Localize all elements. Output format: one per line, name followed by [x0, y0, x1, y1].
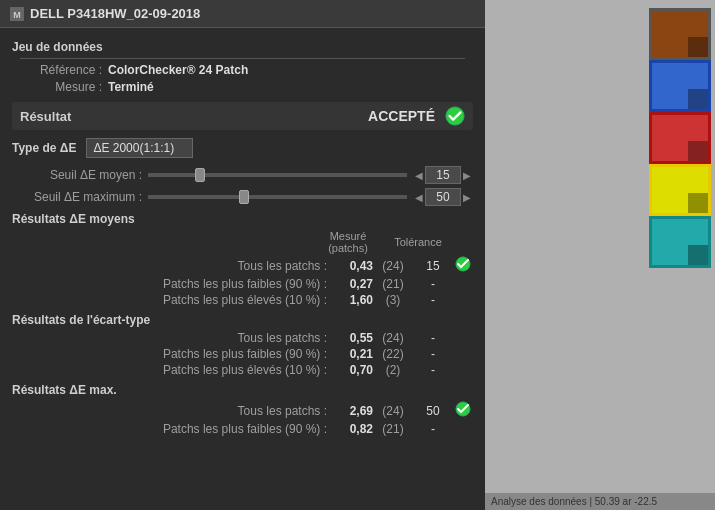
row-label: Tous les patchs : — [12, 404, 327, 418]
measure-row: Mesure : Terminé — [12, 80, 473, 94]
row-status-icon — [453, 401, 473, 420]
row-value: 2,69 — [333, 404, 373, 418]
row-label: Tous les patchs : — [12, 259, 327, 273]
slider-mean-left-arrow[interactable]: ◀ — [413, 170, 425, 181]
row-status-icon — [453, 256, 473, 275]
table-row: Tous les patchs :0,43(24)15 — [12, 256, 473, 275]
table-row: Tous les patchs :0,55(24)- — [12, 331, 473, 345]
slider-mean-track[interactable] — [148, 173, 407, 177]
max-rows-container: Tous les patchs :2,69(24)50Patchs les pl… — [12, 401, 473, 436]
stddev-section: Résultats de l'écart-type Tous les patch… — [12, 313, 473, 377]
row-label: Patchs les plus faibles (90 %) : — [12, 422, 327, 436]
row-patches: (22) — [373, 347, 413, 361]
delta-type-row: Type de ΔE ΔE 2000(1:1:1) — [12, 138, 473, 158]
right-panel: Analyse des données | 50.39 ar -22.5 — [485, 0, 715, 510]
window-title: DELL P3418HW_02-09-2018 — [30, 6, 200, 21]
slider-max-right-arrow[interactable]: ▶ — [461, 192, 473, 203]
row-tolerance: - — [413, 347, 453, 361]
row-label: Patchs les plus faibles (90 %) : — [12, 277, 327, 291]
slider-max-row: Seuil ΔE maximum : ◀ 50 ▶ — [12, 188, 473, 206]
title-bar: M DELL P3418HW_02-09-2018 — [0, 0, 485, 28]
swatches-container — [649, 8, 711, 268]
row-value: 0,82 — [333, 422, 373, 436]
reference-value: ColorChecker® 24 Patch — [108, 63, 248, 77]
row-label: Tous les patchs : — [12, 331, 327, 345]
row-patches: (24) — [373, 331, 413, 345]
slider-mean-label: Seuil ΔE moyen : — [12, 168, 142, 182]
red-swatch — [649, 112, 711, 164]
mean-section-title: Résultats ΔE moyens — [12, 212, 473, 226]
max-section: Résultats ΔE max. Tous les patchs :2,69(… — [12, 383, 473, 436]
row-value: 0,43 — [333, 259, 373, 273]
slider-max-left-arrow[interactable]: ◀ — [413, 192, 425, 203]
slider-mean-value: 15 — [425, 166, 461, 184]
header-measured: Mesuré (patchs) — [313, 230, 383, 254]
row-value: 1,60 — [333, 293, 373, 307]
row-value: 0,21 — [333, 347, 373, 361]
mean-header: Mesuré (patchs) Tolérance — [12, 230, 473, 254]
stddev-rows-container: Tous les patchs :0,55(24)-Patchs les plu… — [12, 331, 473, 377]
app-icon: M — [10, 7, 24, 21]
header-tolerance: Tolérance — [383, 236, 453, 248]
result-check-icon — [445, 106, 465, 126]
table-row: Patchs les plus faibles (90 %) :0,27(21)… — [12, 277, 473, 291]
row-patches: (3) — [373, 293, 413, 307]
row-value: 0,55 — [333, 331, 373, 345]
reference-label: Référence : — [12, 63, 102, 77]
mean-rows-container: Tous les patchs :0,43(24)15Patchs les pl… — [12, 256, 473, 307]
reference-row: Référence : ColorChecker® 24 Patch — [12, 63, 473, 77]
row-tolerance: 15 — [413, 259, 453, 273]
slider-mean-right-arrow[interactable]: ▶ — [461, 170, 473, 181]
measure-label: Mesure : — [12, 80, 102, 94]
table-row: Patchs les plus élevés (10 %) :1,60(3)- — [12, 293, 473, 307]
main-panel: M DELL P3418HW_02-09-2018 Jeu de données… — [0, 0, 485, 510]
result-value: ACCEPTÉ — [368, 108, 435, 124]
row-label: Patchs les plus élevés (10 %) : — [12, 363, 327, 377]
row-patches: (21) — [373, 422, 413, 436]
delta-type-label: Type de ΔE — [12, 141, 76, 155]
row-label: Patchs les plus faibles (90 %) : — [12, 347, 327, 361]
slider-mean-row: Seuil ΔE moyen : ◀ 15 ▶ — [12, 166, 473, 184]
cyan-swatch — [649, 216, 711, 268]
row-tolerance: - — [413, 331, 453, 345]
result-row: Résultat ACCEPTÉ — [12, 102, 473, 130]
blue-swatch — [649, 60, 711, 112]
delta-type-dropdown[interactable]: ΔE 2000(1:1:1) — [86, 138, 193, 158]
row-patches: (2) — [373, 363, 413, 377]
row-value: 0,70 — [333, 363, 373, 377]
content-area: Jeu de données Référence : ColorChecker®… — [0, 28, 485, 510]
slider-max-value: 50 — [425, 188, 461, 206]
slider-max-label: Seuil ΔE maximum : — [12, 190, 142, 204]
brown-swatch — [649, 8, 711, 60]
slider-max-track[interactable] — [148, 195, 407, 199]
result-label: Résultat — [20, 109, 368, 124]
mean-section: Résultats ΔE moyens Mesuré (patchs) Tolé… — [12, 212, 473, 307]
row-tolerance: - — [413, 363, 453, 377]
row-value: 0,27 — [333, 277, 373, 291]
row-tolerance: - — [413, 422, 453, 436]
row-patches: (21) — [373, 277, 413, 291]
dataset-section-label: Jeu de données — [12, 40, 473, 54]
yellow-swatch — [649, 164, 711, 216]
table-row: Patchs les plus faibles (90 %) :0,82(21)… — [12, 422, 473, 436]
table-row: Patchs les plus élevés (10 %) :0,70(2)- — [12, 363, 473, 377]
row-tolerance: - — [413, 277, 453, 291]
measure-value: Terminé — [108, 80, 154, 94]
row-tolerance: 50 — [413, 404, 453, 418]
table-row: Tous les patchs :2,69(24)50 — [12, 401, 473, 420]
stddev-section-title: Résultats de l'écart-type — [12, 313, 473, 327]
row-tolerance: - — [413, 293, 453, 307]
svg-text:M: M — [13, 10, 21, 20]
row-patches: (24) — [373, 259, 413, 273]
row-patches: (24) — [373, 404, 413, 418]
table-row: Patchs les plus faibles (90 %) :0,21(22)… — [12, 347, 473, 361]
max-section-title: Résultats ΔE max. — [12, 383, 473, 397]
row-label: Patchs les plus élevés (10 %) : — [12, 293, 327, 307]
bottom-bar: Analyse des données | 50.39 ar -22.5 — [485, 493, 715, 510]
